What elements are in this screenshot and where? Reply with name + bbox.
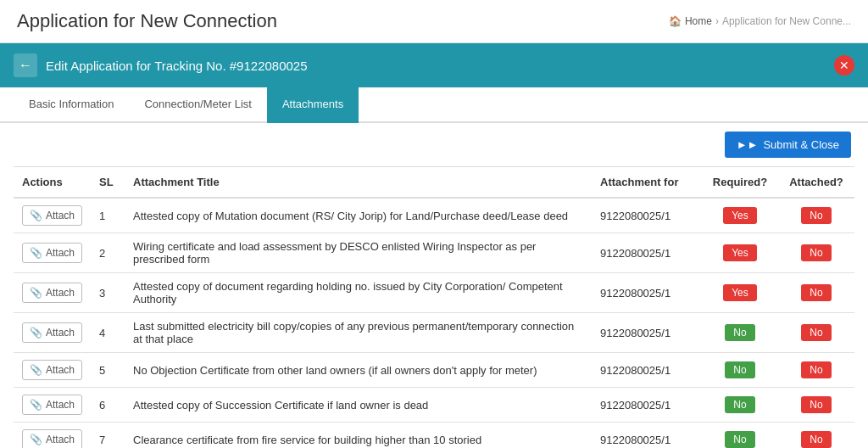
breadcrumb: 🏠 Home › Application for New Conne... [669,15,851,27]
attach-button[interactable]: 📎Attach [22,205,82,226]
cell-attachment-for: 9122080025/1 [592,353,702,388]
table-body: 📎Attach1Attested copy of Mutation docume… [14,198,854,448]
cell-sl: 4 [91,313,125,353]
cell-required: No [702,423,778,449]
tab-connection-meter-list[interactable]: Connection/Meter List [129,87,266,123]
required-badge: No [725,324,754,341]
attach-label: Attach [46,327,75,339]
cell-sl: 7 [91,423,125,449]
breadcrumb-separator: › [715,15,719,27]
col-header-attachment-for: Attachment for [592,167,702,199]
attach-label: Attach [46,247,75,259]
attach-button[interactable]: 📎Attach [22,360,82,380]
cell-attachment-for: 9122080025/1 [592,423,702,449]
table-row: 📎Attach1Attested copy of Mutation docume… [14,198,854,233]
attachments-table: Actions SL Attachment Title Attachment f… [14,166,854,448]
col-header-title: Attachment Title [125,167,592,199]
paperclip-icon: 📎 [30,247,42,259]
table-row: 📎Attach7Clearance certificate from fire … [14,423,854,449]
attached-badge: No [801,431,831,448]
cell-attached: No [778,233,854,273]
attach-label: Attach [46,287,75,299]
submit-close-button[interactable]: ►► Submit & Close [725,132,851,158]
col-header-sl: SL [91,167,125,199]
table-row: 📎Attach4Last submitted electricity bill … [14,313,854,353]
table-row: 📎Attach3Attested copy of document regard… [14,273,854,313]
breadcrumb-home-link[interactable]: Home [685,15,712,27]
cell-sl: 6 [91,388,125,423]
tab-basic-information[interactable]: Basic Information [14,87,129,123]
attach-button[interactable]: 📎Attach [22,429,82,448]
edit-bar: ← Edit Application for Tracking No. #912… [0,43,868,87]
required-badge: No [725,396,754,413]
cell-attached: No [778,388,854,423]
toolbar-row: ►► Submit & Close [14,132,854,158]
required-badge: No [725,431,754,448]
col-header-required: Required? [702,167,778,199]
cell-title: Last submitted electricity bill copy/cop… [125,313,592,353]
cell-sl: 1 [91,198,125,233]
cell-attached: No [778,198,854,233]
cell-title: Attested copy of document regarding hold… [125,273,592,313]
paperclip-icon: 📎 [30,327,42,339]
table-header-row: Actions SL Attachment Title Attachment f… [14,167,854,199]
page-title: Application for New Connection [17,10,277,32]
paperclip-icon: 📎 [30,399,42,411]
page-header: Application for New Connection 🏠 Home › … [0,0,868,43]
breadcrumb-icon: 🏠 [669,15,682,27]
table-row: 📎Attach5No Objection Certificate from ot… [14,353,854,388]
cell-title: Attested copy of Succession Certificate … [125,388,592,423]
table-row: 📎Attach2Wiring certificate and load asse… [14,233,854,273]
cell-title: Wiring certificate and load assessment b… [125,233,592,273]
cell-required: Yes [702,273,778,313]
close-button[interactable]: ✕ [834,55,854,76]
breadcrumb-current: Application for New Conne... [722,15,851,27]
cell-attachment-for: 9122080025/1 [592,313,702,353]
attach-label: Attach [46,210,75,221]
attach-button[interactable]: 📎Attach [22,395,82,415]
tab-attachments[interactable]: Attachments [267,87,359,123]
attached-badge: No [801,324,831,341]
cell-attachment-for: 9122080025/1 [592,388,702,423]
edit-bar-left: ← Edit Application for Tracking No. #912… [14,53,308,77]
cell-attached: No [778,273,854,313]
cell-title: No Objection Certificate from other land… [125,353,592,388]
attach-button[interactable]: 📎Attach [22,243,82,263]
paperclip-icon: 📎 [30,210,42,221]
required-badge: Yes [723,244,757,261]
submit-close-label: Submit & Close [763,138,839,151]
cell-required: No [702,313,778,353]
attached-badge: No [801,284,831,301]
cell-sl: 2 [91,233,125,273]
attach-button[interactable]: 📎Attach [22,322,82,343]
col-header-attached: Attached? [778,167,854,199]
content-area: ►► Submit & Close Actions SL Attachment … [0,123,868,448]
cell-attached: No [778,353,854,388]
attach-label: Attach [46,434,75,445]
attach-button[interactable]: 📎Attach [22,283,82,303]
cell-attachment-for: 9122080025/1 [592,233,702,273]
tabs-bar: Basic Information Connection/Meter List … [0,87,868,123]
back-button[interactable]: ← [14,53,37,77]
required-badge: Yes [723,284,757,301]
cell-title: Clearance certificate from fire service … [125,423,592,449]
cell-required: Yes [702,198,778,233]
table-row: 📎Attach6Attested copy of Succession Cert… [14,388,854,423]
paperclip-icon: 📎 [30,434,42,445]
attached-badge: No [801,361,831,378]
col-header-actions: Actions [14,167,91,199]
attach-label: Attach [46,399,75,411]
cell-attachment-for: 9122080025/1 [592,198,702,233]
submit-icon: ►► [737,138,759,151]
cell-required: No [702,388,778,423]
cell-sl: 3 [91,273,125,313]
required-badge: No [725,361,754,378]
cell-required: Yes [702,233,778,273]
paperclip-icon: 📎 [30,287,42,299]
cell-attachment-for: 9122080025/1 [592,273,702,313]
cell-attached: No [778,423,854,449]
cell-attached: No [778,313,854,353]
required-badge: Yes [723,207,757,224]
attached-badge: No [801,244,831,261]
cell-required: No [702,353,778,388]
